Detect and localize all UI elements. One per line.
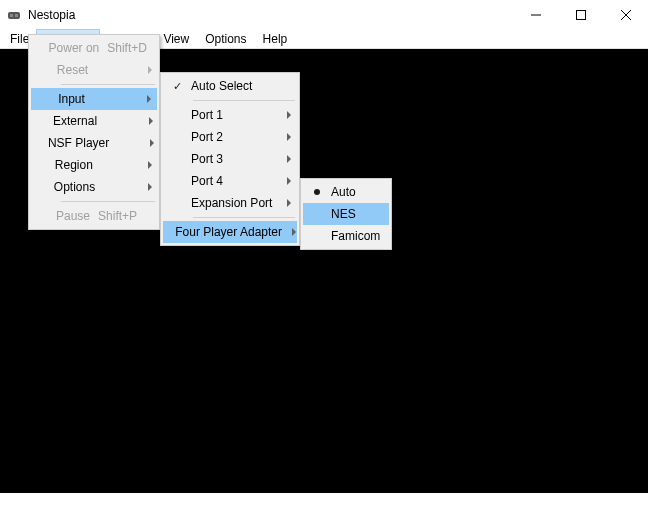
svg-rect-2	[15, 14, 18, 17]
chevron-right-icon	[281, 155, 297, 163]
menu-label: Input	[58, 92, 93, 106]
menu-item-port-2[interactable]: Port 2	[163, 126, 297, 148]
menu-separator	[61, 84, 155, 85]
menu-label: Auto Select	[191, 79, 281, 93]
radio-icon	[303, 189, 331, 195]
chevron-right-icon	[281, 177, 297, 185]
menu-label: NES	[331, 207, 389, 221]
chevron-right-icon	[141, 95, 157, 103]
menu-separator	[61, 201, 155, 202]
chevron-right-icon	[143, 161, 157, 169]
menu-label: External	[53, 114, 105, 128]
chevron-right-icon	[281, 133, 297, 141]
input-dropdown: ✓ Auto Select Port 1 Port 2 Port 3 Port …	[160, 72, 300, 246]
menu-item-auto-select[interactable]: ✓ Auto Select	[163, 75, 297, 97]
menu-label: Famicom	[331, 229, 389, 243]
menu-separator	[193, 217, 295, 218]
menu-item-auto[interactable]: Auto	[303, 181, 389, 203]
chevron-right-icon	[290, 228, 297, 236]
menu-label: Auto	[331, 185, 389, 199]
window-title: Nestopia	[28, 8, 513, 22]
menu-view[interactable]: View	[155, 30, 197, 48]
maximize-button[interactable]	[558, 0, 603, 30]
check-icon: ✓	[163, 80, 191, 93]
menu-label: Port 4	[191, 174, 281, 188]
menu-item-region[interactable]: Region	[31, 154, 157, 176]
menu-help[interactable]: Help	[255, 30, 296, 48]
menu-item-options[interactable]: Options	[31, 176, 157, 198]
menu-item-pause[interactable]: Pause Shift+P	[31, 205, 157, 227]
menu-shortcut: Shift+D	[107, 41, 147, 55]
menu-item-port-4[interactable]: Port 4	[163, 170, 297, 192]
menu-label: Region	[55, 158, 101, 172]
menu-options[interactable]: Options	[197, 30, 254, 48]
menu-label: Options	[54, 180, 103, 194]
menu-shortcut: Shift+P	[98, 209, 143, 223]
minimize-button[interactable]	[513, 0, 558, 30]
svg-rect-1	[10, 14, 13, 17]
menu-label: Reset	[57, 63, 96, 77]
chevron-right-icon	[147, 139, 157, 147]
menu-label: Port 1	[191, 108, 281, 122]
menu-label: NSF Player	[48, 136, 117, 150]
menu-label: Power on	[49, 41, 108, 55]
menu-item-famicom[interactable]: Famicom	[303, 225, 389, 247]
menu-item-port-1[interactable]: Port 1	[163, 104, 297, 126]
svg-rect-0	[8, 12, 20, 19]
svg-rect-4	[576, 11, 585, 20]
menu-item-reset[interactable]: Reset	[31, 59, 157, 81]
titlebar: Nestopia	[0, 0, 648, 30]
menu-label: Port 2	[191, 130, 281, 144]
close-button[interactable]	[603, 0, 648, 30]
machine-dropdown: Power on Shift+D Reset Input External NS…	[28, 34, 160, 230]
chevron-right-icon	[281, 199, 297, 207]
menu-separator	[193, 100, 295, 101]
chevron-right-icon	[142, 66, 157, 74]
app-icon	[6, 7, 22, 23]
app-window: Nestopia File Machine Netplay View Optio…	[0, 0, 648, 516]
menu-label: Expansion Port	[191, 196, 281, 210]
chevron-right-icon	[144, 117, 157, 125]
chevron-right-icon	[144, 183, 157, 191]
menu-item-expansion-port[interactable]: Expansion Port	[163, 192, 297, 214]
status-bar	[0, 493, 648, 516]
menu-item-external[interactable]: External	[31, 110, 157, 132]
menu-label: Pause	[56, 209, 98, 223]
menu-label: Four Player Adapter	[175, 225, 290, 239]
menu-item-four-player-adapter[interactable]: Four Player Adapter	[163, 221, 297, 243]
four-player-adapter-dropdown: Auto NES Famicom	[300, 178, 392, 250]
menu-item-nsf-player[interactable]: NSF Player	[31, 132, 157, 154]
menu-item-input[interactable]: Input	[31, 88, 157, 110]
menu-label: Port 3	[191, 152, 281, 166]
chevron-right-icon	[281, 111, 297, 119]
menu-item-nes[interactable]: NES	[303, 203, 389, 225]
menu-item-port-3[interactable]: Port 3	[163, 148, 297, 170]
menu-item-power-on[interactable]: Power on Shift+D	[31, 37, 157, 59]
window-controls	[513, 0, 648, 30]
